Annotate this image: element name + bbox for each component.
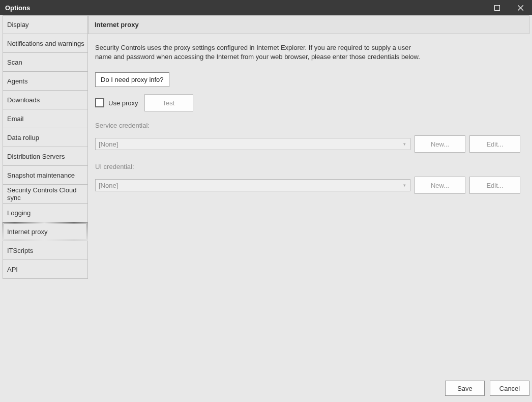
ui-credential-row: [None] ▾ New... Edit... bbox=[95, 177, 522, 194]
tab-cloud-sync[interactable]: Security Controls Cloud sync bbox=[3, 185, 88, 204]
use-proxy-row: Use proxy Test bbox=[95, 94, 522, 111]
save-button[interactable]: Save bbox=[445, 381, 485, 396]
tab-label: API bbox=[7, 266, 18, 273]
tab-agents[interactable]: Agents bbox=[3, 72, 88, 91]
service-credential-combo[interactable]: [None] ▾ bbox=[95, 138, 410, 150]
tab-label: Agents bbox=[7, 77, 27, 85]
panel-description: Security Controls uses the proxy setting… bbox=[95, 43, 421, 61]
tab-snapshot-maintenance[interactable]: Snapshot maintenance bbox=[3, 166, 88, 185]
chevron-down-icon: ▾ bbox=[401, 182, 408, 189]
tab-label: Security Controls Cloud sync bbox=[7, 186, 87, 202]
tab-label: Notifications and warnings bbox=[7, 40, 84, 47]
tab-label: Display bbox=[7, 21, 29, 28]
tab-label: ITScripts bbox=[7, 247, 33, 254]
options-sidebar: Display Notifications and warnings Scan … bbox=[3, 15, 88, 279]
service-credential-row: [None] ▾ New... Edit... bbox=[95, 135, 522, 153]
tab-label: Logging bbox=[7, 209, 31, 217]
tab-itscripts[interactable]: ITScripts bbox=[3, 241, 88, 260]
panel-body: Security Controls uses the proxy setting… bbox=[88, 34, 529, 378]
panel-title: Internet proxy bbox=[95, 21, 139, 28]
test-button[interactable]: Test bbox=[144, 94, 193, 111]
tab-internet-proxy[interactable]: Internet proxy bbox=[3, 222, 88, 241]
service-credential-label: Service credential: bbox=[95, 122, 522, 129]
ui-credential-combo[interactable]: [None] ▾ bbox=[95, 179, 410, 191]
cancel-button[interactable]: Cancel bbox=[490, 381, 529, 396]
service-credential-edit-button[interactable]: Edit... bbox=[469, 135, 520, 153]
service-credential-new-button[interactable]: New... bbox=[415, 135, 465, 153]
combo-value: [None] bbox=[99, 140, 118, 148]
tab-label: Scan bbox=[7, 59, 22, 66]
tab-distribution-servers[interactable]: Distribution Servers bbox=[3, 147, 88, 166]
chevron-down-icon: ▾ bbox=[401, 140, 408, 148]
use-proxy-label: Use proxy bbox=[108, 99, 138, 107]
close-icon[interactable] bbox=[509, 0, 532, 15]
tab-logging[interactable]: Logging bbox=[3, 204, 88, 222]
tab-data-rollup[interactable]: Data rollup bbox=[3, 128, 88, 147]
proxy-info-link[interactable]: Do I need proxy info? bbox=[95, 72, 169, 87]
ui-credential-label: UI credential: bbox=[95, 163, 522, 170]
svg-rect-0 bbox=[494, 5, 499, 10]
maximize-icon[interactable] bbox=[485, 0, 509, 15]
use-proxy-checkbox[interactable] bbox=[95, 98, 104, 107]
tab-label: Data rollup bbox=[7, 134, 39, 141]
tab-label: Downloads bbox=[7, 96, 40, 104]
ui-credential-new-button[interactable]: New... bbox=[415, 177, 465, 194]
panel-header: Internet proxy bbox=[88, 15, 529, 34]
tab-api[interactable]: API bbox=[3, 260, 88, 279]
tab-label: Snapshot maintenance bbox=[7, 171, 75, 179]
tab-notifications[interactable]: Notifications and warnings bbox=[3, 34, 88, 53]
combo-value: [None] bbox=[99, 182, 118, 189]
ui-credential-edit-button[interactable]: Edit... bbox=[469, 177, 520, 194]
titlebar: Options bbox=[0, 0, 532, 15]
dialog-footer: Save Cancel bbox=[88, 381, 529, 398]
tab-scan[interactable]: Scan bbox=[3, 53, 88, 72]
tab-email[interactable]: Email bbox=[3, 109, 88, 128]
window-title: Options bbox=[5, 4, 30, 12]
tab-downloads[interactable]: Downloads bbox=[3, 91, 88, 109]
tab-label: Distribution Servers bbox=[7, 153, 65, 160]
tab-display[interactable]: Display bbox=[3, 15, 88, 34]
tab-label: Internet proxy bbox=[7, 228, 48, 236]
tab-label: Email bbox=[7, 115, 24, 123]
